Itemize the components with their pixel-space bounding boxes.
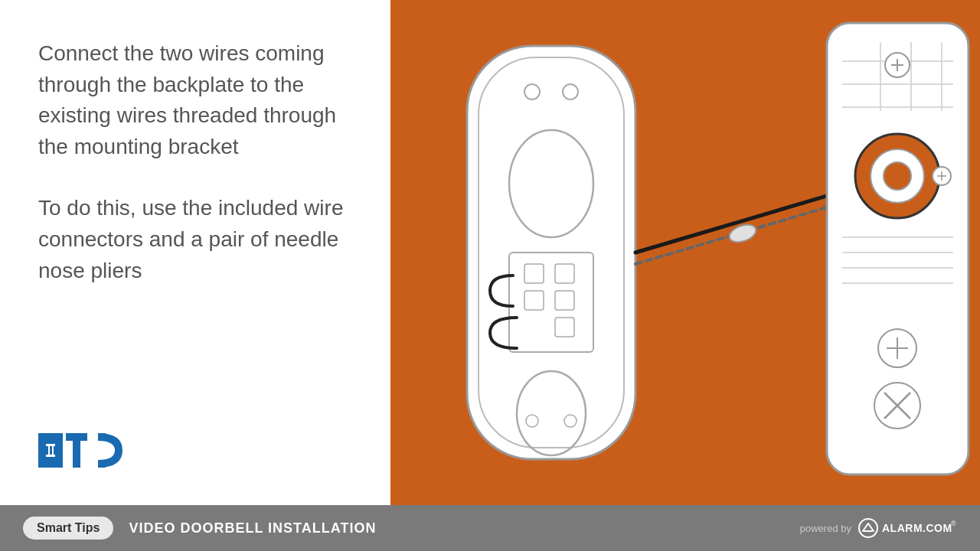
svg-rect-10 — [73, 441, 80, 468]
svg-line-27 — [635, 191, 842, 253]
bottom-bar: Smart Tips VIDEO DOORBELL INSTALLATION p… — [0, 505, 980, 551]
svg-rect-1 — [46, 433, 51, 444]
svg-point-42 — [884, 162, 911, 190]
svg-rect-12 — [98, 460, 106, 468]
svg-rect-5 — [55, 433, 63, 468]
svg-text:®: ® — [951, 520, 956, 527]
svg-text:ALARM.COM: ALARM.COM — [882, 522, 952, 534]
svg-rect-8 — [54, 446, 55, 455]
powered-by-label: powered by — [800, 523, 851, 534]
powered-by-area: powered by ALARM.COM ® — [800, 517, 957, 539]
bottom-left: Smart Tips VIDEO DOORBELL INSTALLATION — [23, 517, 376, 540]
svg-rect-6 — [46, 446, 48, 455]
svg-point-56 — [859, 519, 877, 537]
svg-rect-0 — [38, 433, 46, 468]
svg-rect-9 — [66, 433, 87, 441]
svg-rect-3 — [51, 433, 55, 444]
htc-logo-area — [38, 414, 352, 474]
htc-logo-svg — [38, 429, 122, 471]
video-title: VIDEO DOORBELL INSTALLATION — [129, 520, 376, 536]
instruction-text-1: Connect the two wires coming through the… — [38, 38, 352, 162]
left-panel: Connect the two wires coming through the… — [0, 0, 390, 505]
instructions: Connect the two wires coming through the… — [38, 38, 352, 414]
svg-rect-2 — [46, 457, 51, 468]
svg-rect-7 — [50, 446, 52, 455]
right-panel — [390, 0, 980, 505]
instruction-text-2: To do this, use the included wire connec… — [38, 193, 352, 286]
svg-rect-11 — [98, 433, 106, 441]
svg-rect-4 — [51, 457, 55, 468]
smart-tips-badge: Smart Tips — [23, 517, 113, 540]
doorbell-illustration — [390, 0, 980, 505]
alarm-com-logo: ALARM.COM ® — [858, 517, 957, 539]
main-content: Connect the two wires coming through the… — [0, 0, 980, 505]
